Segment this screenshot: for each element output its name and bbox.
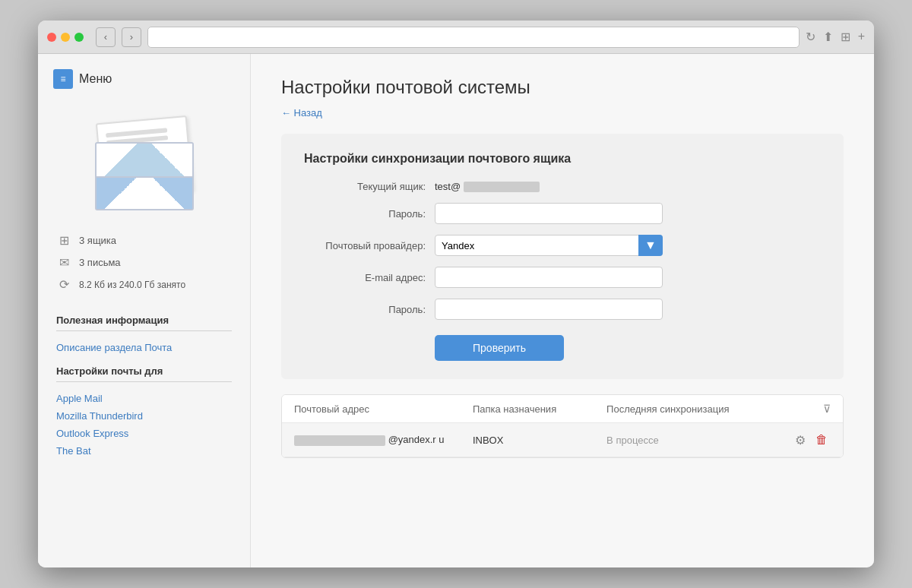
- col-header-email: Почтовый адрес: [294, 403, 473, 415]
- table-header: Почтовый адрес Папка назначения Последня…: [282, 395, 843, 423]
- sidebar-link-apple-mail[interactable]: Apple Mail: [38, 390, 250, 407]
- mail-illustration: [87, 112, 201, 210]
- page-title: Настройки почтовой системы: [281, 77, 844, 98]
- boxes-stat: ⊞ 3 ящика: [56, 233, 232, 248]
- useful-info-title: Полезная информация: [38, 315, 250, 326]
- storage-stat: ⟳ 8.2 Кб из 240.0 Гб занято: [56, 277, 232, 292]
- boxes-label: 3 ящика: [79, 235, 116, 246]
- col-header-sync: Последняя синхронизация: [606, 403, 785, 415]
- address-bar[interactable]: [147, 27, 800, 48]
- mail-settings-title: Настройки почты для: [38, 365, 250, 377]
- forward-nav-button[interactable]: ›: [122, 27, 141, 47]
- password2-input[interactable]: [435, 299, 663, 320]
- password2-row: Пароль:: [304, 299, 821, 320]
- email-input[interactable]: [435, 267, 663, 288]
- main-content: Настройки почтовой системы ← Назад Настр…: [251, 54, 874, 567]
- close-button[interactable]: [47, 33, 56, 42]
- letters-icon: ✉: [56, 255, 71, 270]
- back-link[interactable]: ← Назад: [281, 107, 322, 119]
- letters-label: 3 письма: [79, 257, 121, 268]
- row-folder: INBOX: [473, 435, 606, 446]
- menu-icon: ≡: [53, 69, 73, 89]
- current-box-label: Текущий ящик:: [304, 181, 426, 192]
- row-email: @yandex.r u: [294, 434, 473, 446]
- browser-body: ≡ Меню ⊞ 3 ящика ✉ 3 письма: [38, 54, 874, 567]
- password-label: Пароль:: [304, 208, 426, 220]
- maximize-button[interactable]: [74, 33, 84, 42]
- storage-label: 8.2 Кб из 240.0 Гб занято: [79, 280, 185, 290]
- mail-envelope: [95, 142, 194, 210]
- table-row: @yandex.r u INBOX В процессе ⚙ 🗑: [282, 423, 843, 457]
- tabs-icon[interactable]: ⊞: [841, 30, 850, 44]
- settings-row-button[interactable]: ⚙: [791, 431, 809, 449]
- password2-label: Пароль:: [304, 304, 426, 315]
- reload-icon[interactable]: ↻: [806, 30, 815, 44]
- current-box-row: Текущий ящик: test@: [304, 181, 821, 192]
- minimize-button[interactable]: [61, 33, 70, 42]
- menu-button[interactable]: ≡ Меню: [38, 69, 250, 89]
- provider-label: Почтовый провайдер:: [304, 240, 426, 251]
- email-label: E-mail адрес:: [304, 272, 426, 283]
- current-box-value: test@: [435, 181, 461, 192]
- divider-2: [56, 381, 232, 382]
- col-header-actions: ⊽: [785, 403, 831, 415]
- sidebar-stats: ⊞ 3 ящика ✉ 3 письма ⟳ 8.2 Кб из 240.0 Г…: [38, 226, 250, 311]
- browser-window: ‹ › ↻ ⬆ ⊞ + ≡ Меню: [38, 21, 874, 567]
- provider-select[interactable]: Yandex Gmail Mail.ru: [435, 235, 663, 256]
- storage-icon: ⟳: [56, 277, 71, 292]
- row-sync-status: В процессе: [606, 435, 785, 446]
- sync-table: Почтовый адрес Папка назначения Последня…: [281, 394, 844, 458]
- letters-stat: ✉ 3 письма: [56, 255, 232, 270]
- password-row: Пароль:: [304, 203, 821, 224]
- card-title: Настройки синхронизации почтового ящика: [304, 152, 821, 166]
- browser-toolbar-icons: ↻ ⬆ ⊞ +: [806, 30, 865, 44]
- titlebar: ‹ › ↻ ⬆ ⊞ +: [38, 21, 874, 54]
- settings-card: Настройки синхронизации почтового ящика …: [281, 134, 844, 379]
- password-input[interactable]: [435, 203, 663, 224]
- email-blur: [464, 182, 540, 192]
- back-nav-button[interactable]: ‹: [96, 27, 116, 47]
- sidebar-link-description[interactable]: Описание раздела Почта: [38, 339, 250, 356]
- provider-row: Почтовый провайдер: Yandex Gmail Mail.ru…: [304, 235, 821, 256]
- traffic-lights: [47, 33, 84, 42]
- provider-select-wrapper: Yandex Gmail Mail.ru ▼: [435, 235, 663, 256]
- verify-button[interactable]: Проверить: [435, 335, 564, 361]
- sidebar-link-thebat[interactable]: The Bat: [38, 442, 250, 460]
- sidebar-link-thunderbird[interactable]: Mozilla Thunderbird: [38, 407, 250, 425]
- email-blurred: [294, 435, 385, 446]
- sidebar-link-outlook[interactable]: Outlook Express: [38, 425, 250, 442]
- share-icon[interactable]: ⬆: [823, 30, 833, 44]
- filter-icon[interactable]: ⊽: [823, 403, 831, 415]
- boxes-icon: ⊞: [56, 233, 71, 248]
- divider-1: [56, 330, 232, 331]
- mail-illustration-area: [38, 104, 250, 226]
- email-partial: @yandex.r u: [388, 434, 445, 445]
- delete-row-button[interactable]: 🗑: [812, 431, 831, 449]
- sidebar: ≡ Меню ⊞ 3 ящика ✉ 3 письма: [38, 54, 251, 567]
- add-tab-icon[interactable]: +: [858, 30, 865, 44]
- col-header-folder: Папка назначения: [473, 403, 606, 415]
- menu-label: Меню: [79, 72, 112, 86]
- row-actions: ⚙ 🗑: [785, 431, 831, 449]
- sync-status-label: В процессе: [606, 435, 659, 446]
- email-row: E-mail адрес:: [304, 267, 821, 288]
